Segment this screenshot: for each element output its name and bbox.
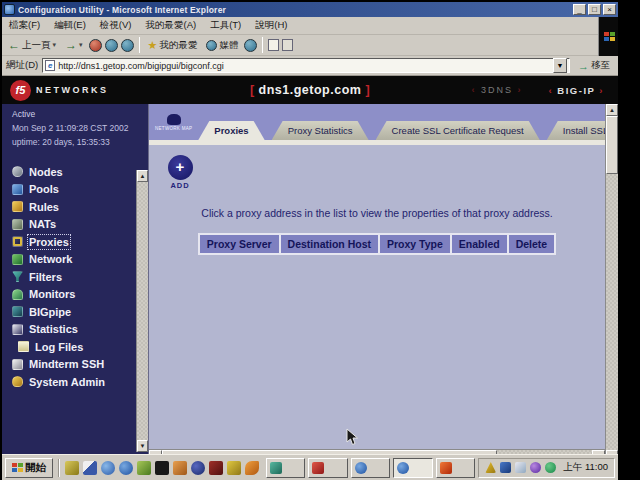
minimize-button[interactable]: _ xyxy=(573,4,586,15)
sidebar-item-pools[interactable]: Pools xyxy=(12,181,136,199)
statistics-icon xyxy=(12,324,23,335)
quicklaunch-icon[interactable] xyxy=(65,461,79,475)
scroll-up-icon[interactable]: ▲ xyxy=(606,104,618,116)
forward-dropdown-icon[interactable]: ▾ xyxy=(79,41,83,49)
task-button[interactable] xyxy=(436,458,475,478)
tray-icon[interactable] xyxy=(530,462,541,473)
task-button[interactable] xyxy=(351,458,390,478)
sidebar-scrollbar[interactable]: ▲ ▼ xyxy=(136,170,148,452)
address-input[interactable] xyxy=(58,61,553,71)
tab-install-ssl-certificate[interactable]: Install SSL Certificate xyxy=(547,121,605,140)
menu-edit[interactable]: 編輯(E) xyxy=(47,17,93,34)
quicklaunch-icon[interactable] xyxy=(227,461,241,475)
tray-icon[interactable] xyxy=(545,462,556,473)
sidebar-nav: Nodes Pools Rules NATs Proxies xyxy=(12,163,136,391)
monitors-icon xyxy=(12,289,23,300)
quicklaunch-icon[interactable] xyxy=(245,461,259,475)
left-bracket: [ xyxy=(250,83,255,97)
tray-icon[interactable] xyxy=(485,462,496,473)
forward-arrow-icon: → xyxy=(65,39,77,51)
ie-launch-icon[interactable] xyxy=(119,461,133,475)
add-proxy-button[interactable]: + ADD xyxy=(165,155,195,190)
go-button[interactable]: → 移至 xyxy=(574,59,614,72)
quicklaunch-icon[interactable] xyxy=(209,461,223,475)
column-header-destination-host: Destination Host xyxy=(280,234,379,254)
network-icon xyxy=(12,254,23,265)
menu-file[interactable]: 檔案(F) xyxy=(2,17,47,34)
sidebar-item-mindterm-ssh[interactable]: Mindterm SSH xyxy=(12,356,136,374)
sidebar-item-network[interactable]: Network xyxy=(12,251,136,269)
close-button[interactable]: × xyxy=(603,4,616,15)
task-buttons xyxy=(266,458,475,478)
menu-view[interactable]: 檢視(V) xyxy=(93,17,139,34)
add-plus-icon: + xyxy=(168,155,193,180)
sidebar-item-log-files[interactable]: Log Files xyxy=(12,338,136,356)
tray-icon[interactable] xyxy=(515,462,526,473)
task-button[interactable] xyxy=(308,458,347,478)
stop-button[interactable] xyxy=(89,39,102,52)
tray-icon[interactable] xyxy=(500,462,511,473)
sidebar-item-nodes[interactable]: Nodes xyxy=(12,163,136,181)
sidebar-item-statistics[interactable]: Statistics xyxy=(12,321,136,339)
address-bar: 網址(D) e ▼ → 移至 xyxy=(2,56,618,76)
forward-button[interactable]: → ▾ xyxy=(62,38,86,52)
network-map-button[interactable]: NETWORK MAP xyxy=(155,104,192,140)
media-button[interactable]: 媒體 xyxy=(203,38,241,53)
menu-favorites[interactable]: 我的最愛(A) xyxy=(138,17,203,34)
sidebar-item-proxies[interactable]: Proxies xyxy=(12,233,136,251)
page-icon: e xyxy=(45,60,55,71)
window-title: Configuration Utility - Microsoft Intern… xyxy=(18,5,573,15)
tab-proxy-statistics[interactable]: Proxy Statistics xyxy=(272,121,369,140)
mouse-cursor xyxy=(346,428,359,447)
taskbar-separator xyxy=(58,459,60,477)
quicklaunch-icon[interactable] xyxy=(173,461,187,475)
tab-create-ssl-certificate-request[interactable]: Create SSL Certificate Request xyxy=(376,121,540,140)
scrollbar-track[interactable] xyxy=(606,174,618,450)
sidebar-item-rules[interactable]: Rules xyxy=(12,198,136,216)
refresh-button[interactable] xyxy=(105,39,118,52)
filters-icon xyxy=(12,271,23,282)
proxy-table: Proxy Server Destination Host Proxy Type… xyxy=(149,233,605,255)
scroll-down-icon[interactable]: ▼ xyxy=(137,440,148,452)
sidebar-item-bigpipe[interactable]: BIGpipe xyxy=(12,303,136,321)
app-icon xyxy=(312,462,324,474)
scrollbar-thumb[interactable] xyxy=(606,116,618,174)
sidebar-item-monitors[interactable]: Monitors xyxy=(12,286,136,304)
back-dropdown-icon[interactable]: ▾ xyxy=(53,41,57,49)
app-icon xyxy=(355,462,367,474)
ie-window-icon[interactable] xyxy=(4,4,15,15)
task-button[interactable] xyxy=(266,458,305,478)
scrollbar-track[interactable] xyxy=(137,182,148,440)
logfiles-icon xyxy=(18,341,29,352)
task-button-active[interactable] xyxy=(393,458,432,478)
sidebar-item-system-admin[interactable]: System Admin xyxy=(12,373,136,391)
app-icon xyxy=(397,462,409,474)
vertical-scrollbar[interactable]: ▲ ▼ xyxy=(605,104,618,462)
rules-icon xyxy=(12,201,23,212)
history-button[interactable] xyxy=(244,39,257,52)
mail-button[interactable] xyxy=(268,39,279,51)
mindterm-ssh-icon xyxy=(12,359,23,370)
sidebar-item-filters[interactable]: Filters xyxy=(12,268,136,286)
quicklaunch-icon[interactable] xyxy=(137,461,151,475)
tab-proxies[interactable]: Proxies xyxy=(198,121,264,140)
quicklaunch-icon[interactable] xyxy=(191,461,205,475)
system-uptime: uptime: 20 days, 15:35:33 xyxy=(12,137,136,147)
maximize-button[interactable]: □ xyxy=(588,4,601,15)
show-desktop-icon[interactable] xyxy=(83,461,97,475)
favorites-button[interactable]: ★ 我的最愛 xyxy=(145,38,201,53)
scroll-up-icon[interactable]: ▲ xyxy=(137,170,148,182)
system-admin-icon xyxy=(12,376,23,387)
address-input-box: e ▼ xyxy=(42,58,570,73)
taskbar: 開始 xyxy=(2,454,618,480)
menu-help[interactable]: 說明(H) xyxy=(248,17,294,34)
back-button[interactable]: ← 上一頁 ▾ xyxy=(5,38,59,53)
home-button[interactable] xyxy=(121,39,134,52)
menu-tools[interactable]: 工具(T) xyxy=(203,17,248,34)
print-button[interactable] xyxy=(282,39,293,51)
quicklaunch-icon[interactable] xyxy=(155,461,169,475)
quicklaunch-icon[interactable] xyxy=(101,461,115,475)
sidebar-item-nats[interactable]: NATs xyxy=(12,216,136,234)
address-dropdown-icon[interactable]: ▼ xyxy=(553,58,567,73)
start-button[interactable]: 開始 xyxy=(5,458,53,478)
